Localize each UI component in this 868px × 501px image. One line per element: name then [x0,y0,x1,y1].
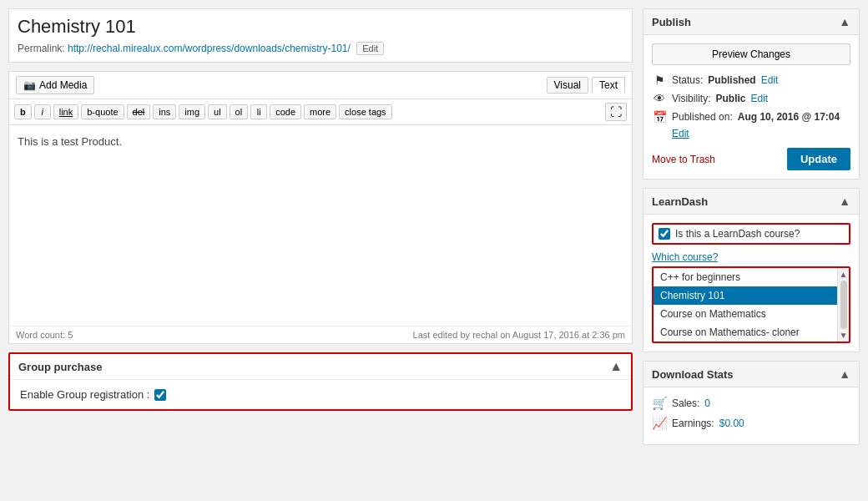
scroll-down-icon[interactable]: ▼ [840,331,848,340]
learndash-box: LearnDash ▲ Is this a LearnDash course? … [643,188,860,352]
earnings-icon: 📈 [652,416,667,431]
group-purchase-content: Enable Group registration : [10,380,631,409]
learndash-title: LearnDash [652,195,708,208]
learndash-toggle[interactable]: ▲ [839,195,850,208]
add-media-label: Add Media [39,79,87,91]
publish-box: Publish ▲ Preview Changes ⚑ Status: Publ… [643,8,860,180]
post-title-area: Permalink: http://rechal.mirealux.com/wo… [8,8,633,63]
visibility-value: Public [715,93,745,104]
scroll-up-icon[interactable]: ▲ [840,270,848,279]
preview-changes-button[interactable]: Preview Changes [652,43,850,65]
sales-value-link[interactable]: 0 [704,397,710,409]
which-course-label: Which course? [652,251,850,263]
course-listbox: C++ for beginnersChemistry 101Course on … [652,266,850,343]
format-ol-button[interactable]: ol [230,104,249,119]
learndash-course-checkbox[interactable] [659,228,670,240]
enable-group-registration-checkbox[interactable] [154,389,166,401]
course-list-inner: C++ for beginnersChemistry 101Course on … [654,268,849,342]
post-title-input[interactable] [18,16,623,38]
editor-toolbar-top: 📷 Add Media Visual Text [9,72,632,99]
main-column: Permalink: http://rechal.mirealux.com/wo… [8,8,633,493]
group-purchase-toggle[interactable]: ▲ [609,359,623,374]
visibility-edit-link[interactable]: Edit [750,93,768,104]
course-items: C++ for beginnersChemistry 101Course on … [654,268,837,342]
sidebar-column: Publish ▲ Preview Changes ⚑ Status: Publ… [643,8,860,493]
published-value: Aug 10, 2016 @ 17:04 [738,111,840,123]
download-stats-header: Download Stats ▲ [643,362,859,387]
publish-title: Publish [652,16,691,28]
course-item[interactable]: Course on Mathematics- cloner [654,323,837,342]
format-img-button[interactable]: img [179,104,205,119]
download-stats-title: Download Stats [652,368,734,381]
publish-status-row: ⚑ Status: Published Edit [652,73,850,87]
permalink-label: Permalink: [18,43,65,54]
tab-text[interactable]: Text [592,77,625,94]
move-trash-link[interactable]: Move to Trash [652,154,715,165]
editor-box: 📷 Add Media Visual Text b i link b-quote… [8,71,633,344]
published-date-edit-link[interactable]: Edit [672,128,689,139]
publish-box-body: Preview Changes ⚑ Status: Published Edit… [643,35,859,179]
course-item[interactable]: Course on Mathematics [654,305,837,323]
add-media-button[interactable]: 📷 Add Media [16,76,94,94]
enable-group-registration-label: Enable Group registration : [20,388,149,401]
publish-box-header: Publish ▲ [643,9,859,35]
permalink-row: Permalink: http://rechal.mirealux.com/wo… [18,42,623,55]
learndash-course-label: Is this a LearnDash course? [675,228,800,240]
update-button[interactable]: Update [787,148,850,170]
format-bquote-button[interactable]: b-quote [81,104,124,119]
permalink-url[interactable]: http://rechal.mirealux.com/wordpress/dow… [68,43,351,54]
editor-text: This is a test Product. [18,135,122,148]
publish-toggle[interactable]: ▲ [839,15,850,28]
enable-group-registration-row: Enable Group registration : [20,388,621,401]
format-more-button[interactable]: more [304,104,336,119]
status-icon: ⚑ [652,73,667,87]
publish-date-row: 📅 Published on: Aug 10, 2016 @ 17:04 [652,110,850,124]
view-tabs: Visual Text [547,77,625,94]
tab-visual[interactable]: Visual [547,77,588,94]
page-layout: Permalink: http://rechal.mirealux.com/wo… [0,0,868,501]
status-label: Status: [672,74,703,86]
learndash-course-checkbox-row: Is this a LearnDash course? [652,223,850,245]
last-edited: Last edited by rechal on August 17, 2016… [413,330,625,340]
course-scrollbar: ▲ ▼ [837,268,849,342]
scrollbar-track [840,281,847,329]
download-stats-box: Download Stats ▲ 🛒 Sales: 0 📈 Earnings: … [643,361,860,445]
permalink-edit-button[interactable]: Edit [356,42,384,55]
publish-actions: Move to Trash Update [652,148,850,170]
add-media-icon: 📷 [23,79,36,91]
format-ul-button[interactable]: ul [208,104,227,119]
status-value: Published [708,74,755,86]
group-purchase-title: Group purchase [18,361,102,373]
format-link-button[interactable]: link [53,104,79,119]
download-stats-toggle[interactable]: ▲ [839,367,850,381]
earnings-row: 📈 Earnings: $0.00 [652,416,850,431]
editor-buttons-row: b i link b-quote del ins img ul ol li co… [9,99,632,125]
group-purchase-header: Group purchase ▲ [10,354,631,380]
course-item[interactable]: Chemistry 101 [654,286,837,305]
fullscreen-button[interactable]: ⛶ [605,103,627,121]
download-stats-body: 🛒 Sales: 0 📈 Earnings: $0.00 [643,387,859,444]
course-item[interactable]: C++ for beginners [654,268,837,286]
sales-row: 🛒 Sales: 0 [652,396,850,411]
format-closetags-button[interactable]: close tags [339,104,392,119]
visibility-icon: 👁 [652,92,667,105]
format-code-button[interactable]: code [270,104,301,119]
format-del-button[interactable]: del [127,104,151,119]
editor-content[interactable]: This is a test Product. [9,125,632,326]
format-li-button[interactable]: li [250,104,267,119]
visibility-label: Visibility: [672,93,710,104]
editor-footer: Word count: 5 Last edited by rechal on A… [9,326,632,343]
learndash-box-body: Is this a LearnDash course? Which course… [643,215,859,352]
status-edit-link[interactable]: Edit [761,74,779,86]
group-purchase-box: Group purchase ▲ Enable Group registrati… [8,352,633,411]
format-ins-button[interactable]: ins [153,104,176,119]
word-count: Word count: 5 [16,330,73,340]
cart-icon: 🛒 [652,396,667,411]
calendar-icon: 📅 [652,110,667,124]
sales-label: Sales: [672,397,699,409]
format-italic-button[interactable]: i [34,104,51,119]
published-label: Published on: [672,111,733,123]
publish-visibility-row: 👁 Visibility: Public Edit [652,92,850,105]
earnings-value-link[interactable]: $0.00 [719,418,744,429]
format-bold-button[interactable]: b [14,104,32,119]
